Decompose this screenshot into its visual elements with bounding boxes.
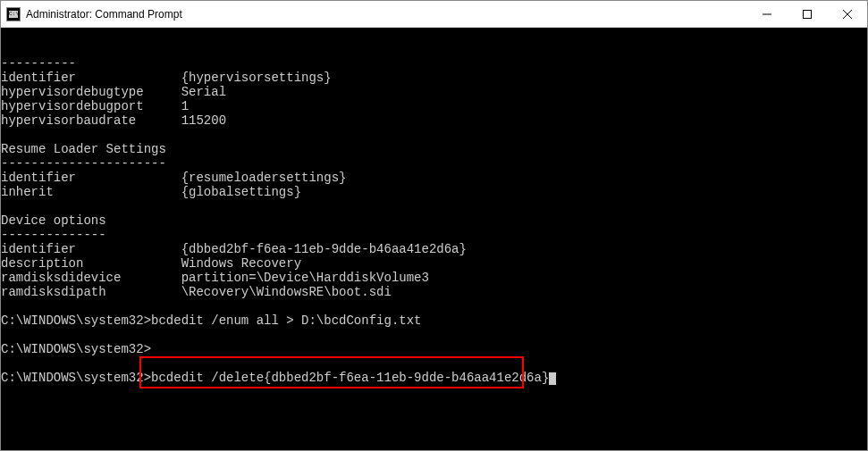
svg-rect-1 [803, 10, 811, 18]
terminal-output: ---------- identifier {hypervisorsetting… [1, 56, 867, 385]
output-line: ---------------------- [1, 156, 166, 171]
output-line: -------------- [1, 228, 106, 242]
minimize-button[interactable] [746, 1, 787, 27]
output-key: description [1, 256, 83, 271]
window-title: Administrator: Command Prompt [26, 8, 746, 21]
output-line: ---------- [1, 56, 76, 71]
command-input[interactable]: bcdedit /delete{dbbed2bf-f6ea-11eb-9dde-… [151, 371, 549, 385]
output-value: 115200 [181, 113, 226, 128]
output-value: \Recovery\WindowsRE\boot.sdi [181, 285, 392, 299]
output-value: {hypervisorsettings} [181, 71, 332, 85]
prompt: C:\WINDOWS\system32> [1, 313, 151, 328]
command-text: bcdedit /enum all > D:\bcdConfig.txt [151, 313, 421, 328]
cmd-icon: C:\ [6, 7, 21, 21]
output-key: ramdisksdidevice [1, 271, 121, 285]
prompt: C:\WINDOWS\system32> [1, 371, 151, 385]
output-key: identifier [1, 242, 76, 256]
output-key: hypervisordebugtype [1, 85, 144, 99]
output-key: ramdisksdipath [1, 285, 106, 299]
output-key: inherit [1, 185, 54, 199]
output-value: Serial [181, 85, 226, 99]
output-value: 1 [181, 99, 189, 113]
close-button[interactable] [827, 1, 867, 27]
cursor [549, 372, 556, 385]
output-key: identifier [1, 71, 76, 85]
output-key: identifier [1, 171, 76, 185]
output-section: Device options [1, 213, 106, 228]
output-value: Windows Recovery [181, 256, 301, 271]
maximize-button[interactable] [787, 1, 827, 27]
output-key: hypervisorbaudrate [1, 113, 136, 128]
command-prompt-window: C:\ Administrator: Command Prompt ------… [0, 0, 868, 451]
window-controls [746, 1, 867, 27]
terminal-area[interactable]: ---------- identifier {hypervisorsetting… [1, 28, 867, 450]
prompt: C:\WINDOWS\system32> [1, 342, 151, 356]
output-value: {dbbed2bf-f6ea-11eb-9dde-b46aa41e2d6a} [181, 242, 467, 256]
output-section: Resume Loader Settings [1, 142, 166, 156]
output-key: hypervisordebugport [1, 99, 144, 113]
output-value: partition=\Device\HarddiskVolume3 [181, 271, 429, 285]
output-value: {resumeloadersettings} [181, 171, 347, 185]
output-value: {globalsettings} [181, 185, 301, 199]
titlebar[interactable]: C:\ Administrator: Command Prompt [1, 1, 867, 28]
